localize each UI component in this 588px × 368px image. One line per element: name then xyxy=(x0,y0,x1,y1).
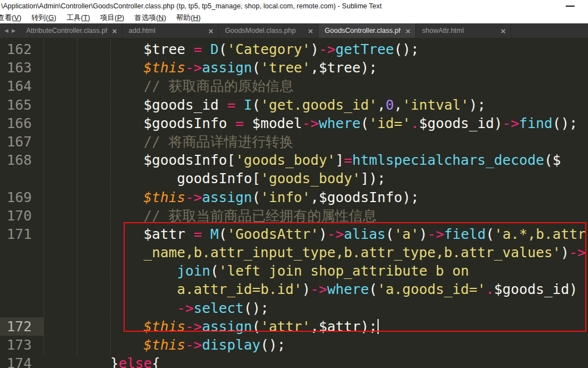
code-text: // 将商品详情进行转换 xyxy=(43,133,293,151)
line-number: 174 xyxy=(0,354,43,368)
line-number: 168 xyxy=(0,151,43,169)
code-row-wrap[interactable]: ->select(); xyxy=(0,299,588,317)
code-text: join('left join shop_attribute b on xyxy=(43,262,469,280)
tab-label: GoodsModel.class.php xyxy=(225,27,303,35)
code-row-170[interactable]: 170 // 获取当前商品已经拥有的属性信息 xyxy=(0,207,588,225)
code-rows: 162 $tree = D('Category')->getTree();163… xyxy=(0,38,588,368)
code-text: }else{ xyxy=(43,354,160,368)
code-row-wrap[interactable]: _name,b.attr_input_type,b.attr_type,b.at… xyxy=(0,243,588,262)
tab-goodsmodel-class-php[interactable]: GoodsModel.class.php× xyxy=(219,23,318,38)
line-number xyxy=(0,169,43,188)
window-title: \Application\Admin\Controller\GoodsContr… xyxy=(1,2,381,10)
code-row-172[interactable]: 172 $this->assign('attr',$attr); xyxy=(0,317,588,336)
code-row-169[interactable]: 169 $this->assign('info',$goodsInfo); xyxy=(0,188,588,207)
menu-mnemonic: T xyxy=(84,13,88,22)
code-row-173[interactable]: 173 $this->display(); xyxy=(0,336,588,354)
menu-item-h[interactable]: 帮助(H) xyxy=(171,12,205,23)
tab-close-icon[interactable]: × xyxy=(112,27,117,35)
window-title-bar: \Application\Admin\Controller\GoodsContr… xyxy=(0,0,588,12)
tab-bar: ◀ ▶ AttributeController.class.php×add.ht… xyxy=(0,23,588,38)
code-text: // 获取当前商品已经拥有的属性信息 xyxy=(43,207,376,225)
code-text: $this->assign('tree',$tree); xyxy=(43,58,378,77)
code-row-168[interactable]: 168 $goodsInfo['goods_body']=htmlspecial… xyxy=(0,151,588,169)
line-number xyxy=(0,262,43,280)
tab-goodscontroller-class-php[interactable]: GoodsController.class.php× xyxy=(318,23,416,38)
code-text: $goods_id = I('get.goods_id',0,'intval')… xyxy=(43,96,486,114)
menu-mnemonic: G xyxy=(48,13,54,22)
code-row-wrap[interactable]: join('left join shop_attribute b on xyxy=(0,262,588,280)
line-number: 164 xyxy=(0,77,43,95)
code-text: // 获取商品的原始信息 xyxy=(43,77,293,95)
code-row-163[interactable]: 163 $this->assign('tree',$tree); xyxy=(0,58,588,77)
tab-close-icon[interactable]: × xyxy=(308,27,313,35)
tab-close-icon[interactable]: × xyxy=(501,27,506,35)
code-editor[interactable]: 162 $tree = D('Category')->getTree();163… xyxy=(0,38,588,368)
line-number: 166 xyxy=(0,114,43,133)
line-number: 165 xyxy=(0,96,43,114)
tab-label: GoodsController.class.php xyxy=(325,27,401,35)
code-row-166[interactable]: 166 $goodsInfo = $model->where('id='.$go… xyxy=(0,114,588,133)
line-number: 167 xyxy=(0,133,43,151)
tab-nav: ◀ ▶ xyxy=(0,23,20,38)
code-text: $tree = D('Category')->getTree(); xyxy=(43,40,419,58)
code-row-wrap[interactable]: goodsInfo['goods_body']); xyxy=(0,169,588,188)
code-text: $goodsInfo['goods_body']=htmlspecialchar… xyxy=(43,151,561,169)
code-text: _name,b.attr_input_type,b.attr_type,b.at… xyxy=(43,243,586,262)
line-number: 171 xyxy=(0,225,43,243)
menu-mnemonic: H xyxy=(193,13,198,22)
line-number xyxy=(0,299,43,317)
code-row-wrap[interactable]: a.attr_id=b.id')->where('a.goods_id='.$g… xyxy=(0,280,588,298)
line-number: 169 xyxy=(0,188,43,207)
code-text: ->select(); xyxy=(43,299,269,317)
line-number: 173 xyxy=(0,336,43,354)
code-row-162[interactable]: 162 $tree = D('Category')->getTree(); xyxy=(0,40,588,58)
tab-close-icon[interactable]: × xyxy=(405,27,410,35)
tab-close-icon[interactable]: × xyxy=(208,27,213,35)
line-number: 172 xyxy=(0,317,43,336)
menu-mnemonic: N xyxy=(159,13,164,22)
minimize-icon[interactable] xyxy=(566,6,575,7)
menu-bar: 查看(V)转到(G)工具(T)项目(P)首选项(N)帮助(H) xyxy=(0,12,588,23)
tab-label: add.html xyxy=(129,27,204,35)
menu-mnemonic: V xyxy=(14,13,19,22)
menu-item-g[interactable]: 转到(G) xyxy=(26,12,61,23)
text-caret xyxy=(378,319,379,334)
line-number xyxy=(0,280,43,298)
line-number: 170 xyxy=(0,207,43,225)
code-text: $this->assign('attr',$attr); xyxy=(43,317,379,336)
menu-item-t[interactable]: 工具(T) xyxy=(61,12,95,23)
code-row-174[interactable]: 174 }else{ xyxy=(0,354,588,368)
tab-showattr-html[interactable]: showAttr.html× xyxy=(416,23,511,38)
code-row-167[interactable]: 167 // 将商品详情进行转换 xyxy=(0,133,588,151)
menu-item-p[interactable]: 项目(P) xyxy=(95,12,129,23)
code-text: $this->display(); xyxy=(43,336,286,354)
menu-item-n[interactable]: 首选项(N) xyxy=(129,12,171,23)
tab-label: AttributeController.class.php xyxy=(26,27,107,35)
code-row-171[interactable]: 171 $attr = M('GoodsAttr')->alias('a')->… xyxy=(0,225,588,243)
tab-attributecontroller-class-php[interactable]: AttributeController.class.php× xyxy=(20,23,122,38)
code-text: $attr = M('GoodsAttr')->alias('a')->fiel… xyxy=(43,225,586,243)
code-text: $this->assign('info',$goodsInfo); xyxy=(43,188,419,207)
code-text: $goodsInfo = $model->where('id='.$goods_… xyxy=(43,114,577,133)
tab-add-html[interactable]: add.html× xyxy=(122,23,219,38)
tab-scroll-left-icon[interactable]: ◀ xyxy=(4,28,8,33)
menu-mnemonic: P xyxy=(117,13,122,22)
line-number: 163 xyxy=(0,58,43,77)
code-row-165[interactable]: 165 $goods_id = I('get.goods_id',0,'intv… xyxy=(0,96,588,114)
code-row-164[interactable]: 164 // 获取商品的原始信息 xyxy=(0,77,588,95)
menu-item-v[interactable]: 查看(V) xyxy=(0,12,26,23)
code-text: a.attr_id=b.id')->where('a.goods_id='.$g… xyxy=(43,280,577,298)
line-number: 162 xyxy=(0,40,43,58)
tab-label: showAttr.html xyxy=(422,27,496,35)
tab-scroll-right-icon[interactable]: ▶ xyxy=(12,28,16,33)
line-number xyxy=(0,243,43,262)
code-text: goodsInfo['goods_body']); xyxy=(43,169,385,188)
